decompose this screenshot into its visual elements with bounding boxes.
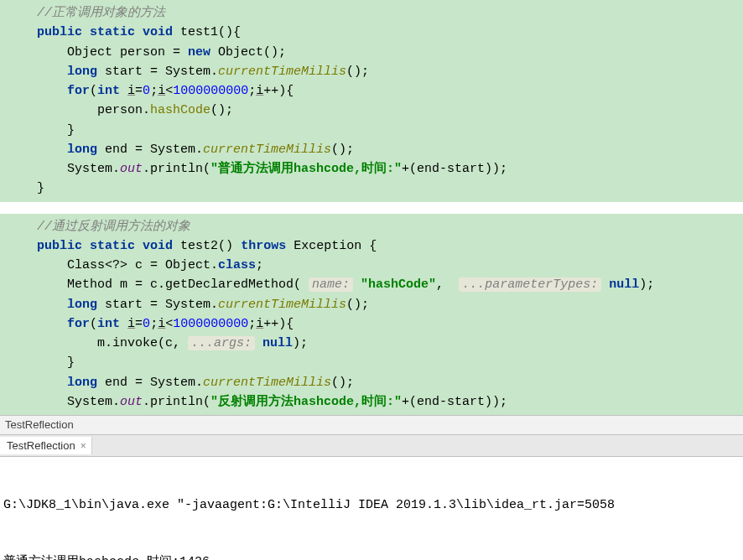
code-line: //通过反射调用方法的对象 xyxy=(0,217,743,236)
run-tab-active[interactable]: TestReflection × xyxy=(0,437,92,454)
console-output-line: 普通方法调用hashcode,时间:1426 xyxy=(3,553,740,561)
param-hint-args: ...args: xyxy=(188,336,255,350)
code-line: Object person = new Object(); xyxy=(0,43,743,62)
param-hint-name: name: xyxy=(309,277,353,292)
code-line: Method m = c.getDeclaredMethod( name: "h… xyxy=(0,275,743,294)
run-tab-label: TestReflection xyxy=(7,439,75,452)
code-line: } xyxy=(0,121,743,140)
code-block-test2[interactable]: //通过反射调用方法的对象 public static void test2()… xyxy=(0,214,743,416)
code-line: long start = System.currentTimeMillis(); xyxy=(0,295,743,314)
code-line: System.out.println("反射调用方法hashcode,时间:"+… xyxy=(0,392,743,412)
run-tabs: TestReflection × xyxy=(0,435,743,457)
code-line: m.invoke(c, ...args: null); xyxy=(0,334,743,353)
code-line: long start = System.currentTimeMillis(); xyxy=(0,62,743,81)
code-block-test1[interactable]: //正常调用对象的方法 public static void test1(){ … xyxy=(0,0,743,202)
run-toolwindow-header[interactable]: TestReflection xyxy=(0,415,743,435)
code-line: public static void test1(){ xyxy=(0,23,743,42)
code-line: public static void test2() throws Except… xyxy=(0,236,743,256)
comment: //正常调用对象的方法 xyxy=(37,6,165,20)
code-line: for(int i=0;i<1000000000;i++){ xyxy=(0,81,743,101)
comment: //通过反射调用方法的对象 xyxy=(37,220,190,234)
code-line: long end = System.currentTimeMillis(); xyxy=(0,373,743,392)
code-line: for(int i=0;i<1000000000;i++){ xyxy=(0,314,743,334)
code-line: person.hashCode(); xyxy=(0,101,743,120)
close-icon[interactable]: × xyxy=(81,440,86,452)
code-line: long end = System.currentTimeMillis(); xyxy=(0,140,743,159)
param-hint-types: ...parameterTypes: xyxy=(459,277,601,292)
console-output[interactable]: G:\JDK8_1\bin\java.exe "-javaagent:G:\In… xyxy=(0,457,743,560)
code-line: Class<?> c = Object.class; xyxy=(0,256,743,275)
editor-gap xyxy=(0,202,743,214)
code-line: } xyxy=(0,179,743,198)
run-config-name: TestReflection xyxy=(5,418,74,431)
code-line: System.out.println("普通方法调用hashcode,时间:"+… xyxy=(0,159,743,179)
code-line: //正常调用对象的方法 xyxy=(0,3,743,23)
code-line: } xyxy=(0,353,743,372)
console-command-line: G:\JDK8_1\bin\java.exe "-javaagent:G:\In… xyxy=(3,496,740,516)
